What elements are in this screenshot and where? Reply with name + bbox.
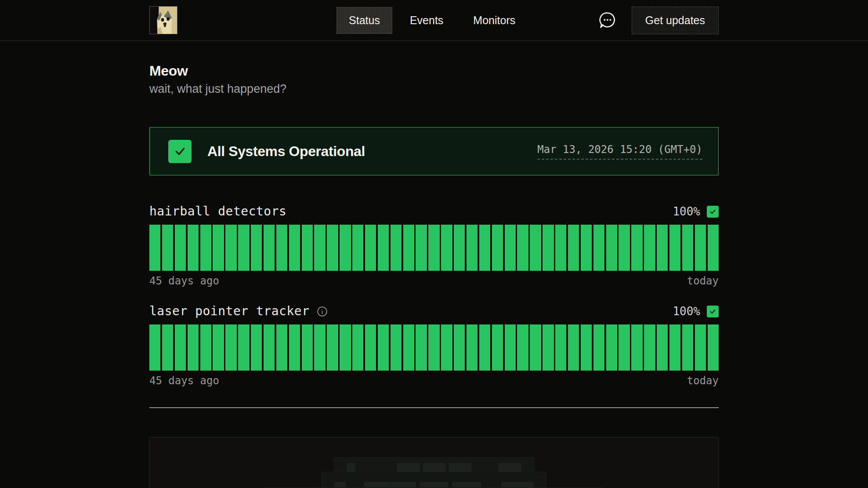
info-icon[interactable] bbox=[316, 306, 328, 317]
uptime-bar-day[interactable] bbox=[213, 324, 224, 371]
uptime-bar-day[interactable] bbox=[264, 225, 275, 271]
uptime-bar-day[interactable] bbox=[213, 225, 224, 271]
uptime-bar-day[interactable] bbox=[517, 324, 528, 371]
uptime-bar-day[interactable] bbox=[314, 324, 325, 371]
uptime-bar-day[interactable] bbox=[542, 225, 553, 271]
uptime-bar-day[interactable] bbox=[391, 324, 401, 371]
uptime-bar-day[interactable] bbox=[175, 225, 186, 271]
uptime-bar-day[interactable] bbox=[428, 225, 439, 271]
uptime-bar-day[interactable] bbox=[276, 225, 287, 271]
uptime-bar-day[interactable] bbox=[517, 225, 528, 271]
uptime-bar-day[interactable] bbox=[618, 324, 629, 371]
uptime-bar-day[interactable] bbox=[162, 225, 173, 271]
uptime-bar-day[interactable] bbox=[162, 324, 173, 371]
uptime-bar-day[interactable] bbox=[340, 324, 351, 371]
uptime-bar-day[interactable] bbox=[657, 324, 668, 371]
uptime-bar-day[interactable] bbox=[188, 324, 199, 371]
uptime-bar-day[interactable] bbox=[314, 225, 325, 271]
uptime-bar-day[interactable] bbox=[200, 324, 211, 371]
uptime-bar-day[interactable] bbox=[225, 324, 236, 371]
uptime-bar-day[interactable] bbox=[644, 324, 655, 371]
monitor-laser-pointer-tracker: laser pointer tracker 100% 45 days ago bbox=[149, 303, 719, 387]
uptime-bar-day[interactable] bbox=[403, 225, 414, 271]
uptime-bar-day[interactable] bbox=[492, 324, 503, 371]
uptime-bar-day[interactable] bbox=[467, 324, 477, 371]
uptime-bar-day[interactable] bbox=[618, 225, 629, 271]
uptime-bar-day[interactable] bbox=[581, 324, 592, 371]
uptime-bar-day[interactable] bbox=[149, 225, 160, 271]
uptime-bar-day[interactable] bbox=[378, 225, 389, 271]
uptime-bar-day[interactable] bbox=[669, 324, 680, 371]
uptime-bar-day[interactable] bbox=[441, 324, 452, 371]
uptime-bar-day[interactable] bbox=[403, 324, 414, 371]
uptime-bar-day[interactable] bbox=[542, 324, 553, 371]
tab-events[interactable]: Events bbox=[398, 7, 456, 34]
uptime-bar-day[interactable] bbox=[289, 225, 300, 271]
uptime-bar-day[interactable] bbox=[606, 225, 617, 271]
uptime-bar-day[interactable] bbox=[340, 225, 351, 271]
uptime-bar-day[interactable] bbox=[479, 324, 490, 371]
uptime-bar-day[interactable] bbox=[289, 324, 300, 371]
uptime-bar-day[interactable] bbox=[251, 225, 262, 271]
uptime-bar-day[interactable] bbox=[631, 225, 642, 271]
uptime-bar-day[interactable] bbox=[581, 225, 592, 271]
uptime-bar-day[interactable] bbox=[302, 324, 313, 371]
uptime-bar-day[interactable] bbox=[505, 324, 516, 371]
chat-bubble-icon[interactable] bbox=[597, 10, 618, 30]
uptime-bar-day[interactable] bbox=[352, 324, 363, 371]
get-updates-button[interactable]: Get updates bbox=[632, 7, 719, 34]
uptime-bar-day[interactable] bbox=[428, 324, 439, 371]
uptime-bar-day[interactable] bbox=[644, 225, 655, 271]
uptime-bar-day[interactable] bbox=[238, 225, 249, 271]
uptime-bar-day[interactable] bbox=[669, 225, 680, 271]
uptime-bar-day[interactable] bbox=[505, 225, 516, 271]
uptime-bar-day[interactable] bbox=[365, 225, 376, 271]
uptime-bar-day[interactable] bbox=[225, 225, 236, 271]
tab-status[interactable]: Status bbox=[336, 7, 392, 34]
uptime-bar-day[interactable] bbox=[593, 324, 604, 371]
uptime-bar-day[interactable] bbox=[416, 324, 427, 371]
uptime-bar-day[interactable] bbox=[352, 225, 363, 271]
uptime-bar-day[interactable] bbox=[200, 225, 211, 271]
uptime-bar-day[interactable] bbox=[568, 324, 579, 371]
uptime-bar-day[interactable] bbox=[238, 324, 249, 371]
uptime-bar-day[interactable] bbox=[416, 225, 427, 271]
uptime-bar-day[interactable] bbox=[391, 225, 401, 271]
uptime-bar-day[interactable] bbox=[708, 324, 719, 371]
uptime-bar-day[interactable] bbox=[657, 225, 668, 271]
uptime-bar-day[interactable] bbox=[441, 225, 452, 271]
uptime-bar-day[interactable] bbox=[695, 324, 706, 371]
uptime-bar-day[interactable] bbox=[631, 324, 642, 371]
uptime-bar-day[interactable] bbox=[251, 324, 262, 371]
uptime-bar-day[interactable] bbox=[365, 324, 376, 371]
uptime-bar-day[interactable] bbox=[188, 225, 199, 271]
uptime-bar-day[interactable] bbox=[302, 225, 313, 271]
uptime-bar-day[interactable] bbox=[695, 225, 706, 271]
uptime-bar-day[interactable] bbox=[175, 324, 186, 371]
uptime-bar-day[interactable] bbox=[606, 324, 617, 371]
uptime-bar-day[interactable] bbox=[555, 324, 566, 371]
uptime-bar-day[interactable] bbox=[492, 225, 503, 271]
uptime-bar-day[interactable] bbox=[530, 324, 541, 371]
uptime-bar-day[interactable] bbox=[276, 324, 287, 371]
uptime-bar-day[interactable] bbox=[682, 225, 693, 271]
uptime-bar-chart bbox=[149, 225, 719, 271]
status-timestamp[interactable]: Mar 13, 2026 15:20 (GMT+0) bbox=[537, 143, 702, 160]
uptime-bar-day[interactable] bbox=[149, 324, 160, 371]
tab-monitors[interactable]: Monitors bbox=[461, 7, 528, 34]
uptime-bar-day[interactable] bbox=[378, 324, 389, 371]
uptime-bar-day[interactable] bbox=[682, 324, 693, 371]
uptime-bar-day[interactable] bbox=[708, 225, 719, 271]
uptime-bar-day[interactable] bbox=[454, 225, 465, 271]
uptime-bar-day[interactable] bbox=[454, 324, 465, 371]
uptime-bar-day[interactable] bbox=[555, 225, 566, 271]
uptime-bar-day[interactable] bbox=[530, 225, 541, 271]
uptime-bar-day[interactable] bbox=[479, 225, 490, 271]
uptime-bar-day[interactable] bbox=[467, 225, 477, 271]
uptime-bar-day[interactable] bbox=[264, 324, 275, 371]
uptime-bar-day[interactable] bbox=[327, 324, 338, 371]
uptime-bar-day[interactable] bbox=[568, 225, 579, 271]
logo-cat-image[interactable] bbox=[149, 6, 177, 34]
uptime-bar-day[interactable] bbox=[593, 225, 604, 271]
uptime-bar-day[interactable] bbox=[327, 225, 338, 271]
